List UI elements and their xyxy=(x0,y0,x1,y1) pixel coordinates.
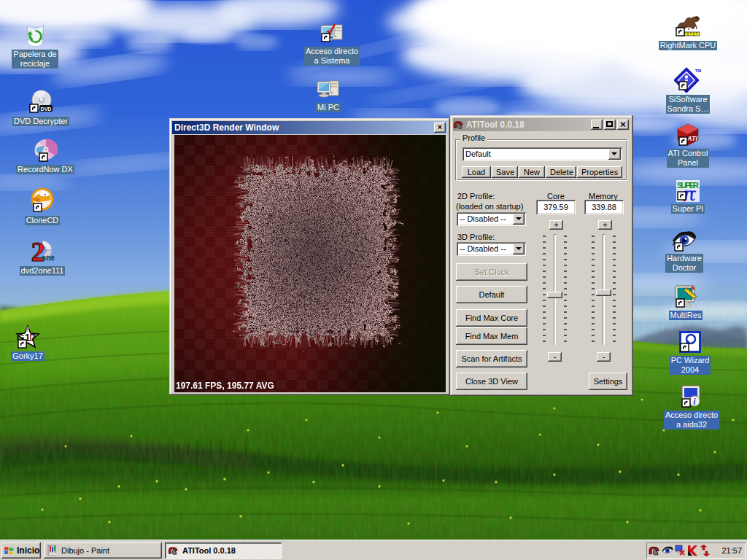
svg-text:TM: TM xyxy=(695,69,702,73)
svg-text:SUPER: SUPER xyxy=(677,181,699,190)
svg-text:one: one xyxy=(42,254,55,262)
svg-text:ATI: ATI xyxy=(686,135,697,142)
svg-text:197.61 FPS, 195.77 AVG: 197.61 FPS, 195.77 AVG xyxy=(176,381,274,391)
svg-text:DVD: DVD xyxy=(41,106,52,112)
